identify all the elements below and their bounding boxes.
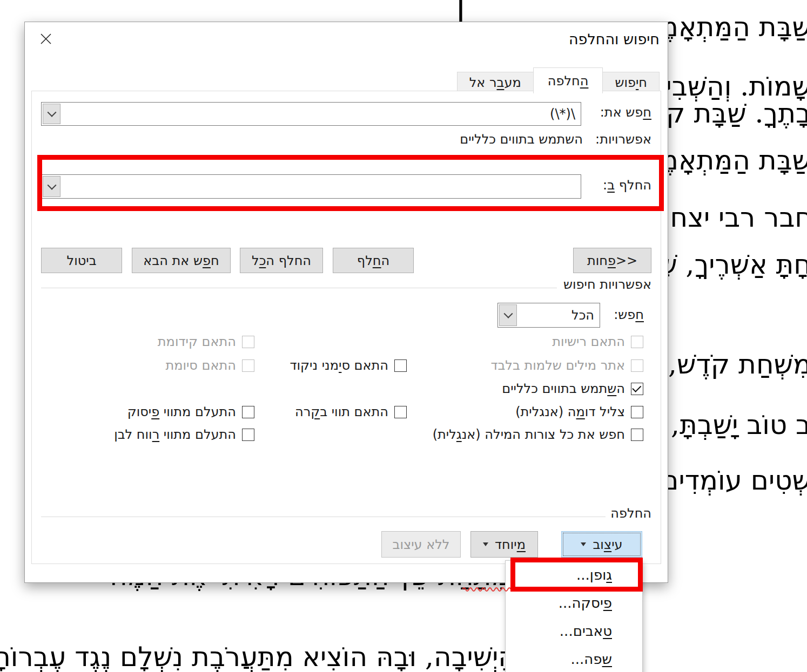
checkbox-icon — [631, 406, 643, 418]
tab-find[interactable]: חיפוש — [602, 72, 660, 93]
menu-item-language[interactable]: שפה... — [506, 645, 642, 672]
options-value: השתמש בתווים כלליים — [460, 132, 583, 147]
tab-strip: חיפוש החלפה מעבר אל — [458, 67, 660, 93]
checkbox-match-prefix: התאם קידומת — [158, 334, 254, 349]
checkbox-checked-icon — [631, 383, 643, 395]
checkbox-whole-words: אתר מילים שלמות בלבד — [490, 358, 643, 373]
find-replace-dialog: חיפוש והחלפה חיפוש החלפה מעבר אל חפש את:… — [24, 22, 668, 583]
document-text-fragment: חבר רבי יצחק — [651, 204, 807, 231]
close-button[interactable] — [37, 31, 55, 49]
checkbox-icon — [242, 336, 254, 348]
checkbox-match-suffix: התאם סיומת — [165, 358, 254, 373]
document-text-fragment: ב טוֹב יָשַׁבְתָּ, יוֹ — [649, 411, 807, 438]
checkbox-match-control-chars[interactable]: התאם תווי בקרה — [295, 404, 407, 419]
checkbox-use-wildcards[interactable]: השתמש בתווים כלליים — [502, 381, 643, 396]
menu-item-tabs[interactable]: טאבים... — [506, 617, 642, 645]
find-what-input[interactable]: \(*\) — [41, 102, 581, 126]
checkbox-ignore-punctuation[interactable]: התעלם מתווי פיסוק — [127, 404, 254, 419]
less-button[interactable]: << פחות — [573, 248, 651, 273]
chevron-down-icon — [47, 108, 56, 117]
checkbox-icon — [242, 406, 254, 418]
document-text-fragment: שַׁבָּת הַמַּתְאָמֶ — [660, 13, 807, 40]
search-options-group-label: אפשרויות חיפוש — [563, 277, 651, 292]
tab-label: ר אל — [469, 75, 497, 90]
checkbox-sounds-like[interactable]: צליל דומה (אנגלית) — [515, 404, 643, 419]
find-what-value: \(*\) — [550, 103, 575, 125]
checkbox-icon — [631, 336, 643, 348]
checkbox-icon — [394, 359, 407, 372]
document-text-fragment: מִשְׁחַת קֹדֶשׁ, וּ — [653, 351, 807, 378]
tab-label-accesskey: ב — [497, 75, 505, 90]
tab-label: חלפה — [548, 73, 580, 89]
replace-all-button[interactable]: החלף הכל — [240, 248, 323, 273]
document-text-fragment: בָתֶךָ. שַׁבָּת קוֹדֶ — [644, 100, 807, 127]
document-text-fragment: חָתָּ אַשְׁרֶיךָ, שֶׁ — [658, 251, 807, 278]
checkbox-ignore-whitespace[interactable]: התעלם מתווי רווח לבן — [114, 427, 254, 442]
checkbox-word-forms[interactable]: חפש את כל צורות המילה (אנגלית) — [433, 427, 643, 442]
checkbox-icon — [394, 406, 407, 418]
options-label: אפשרויות: — [595, 132, 651, 147]
search-scope-dropdown-button[interactable] — [499, 304, 517, 326]
tab-label-accesskey: ה — [580, 73, 589, 89]
close-icon — [40, 33, 52, 47]
menu-item-paragraph[interactable]: פיסקה... — [506, 589, 642, 617]
checkbox-icon — [242, 359, 254, 372]
tab-label: ח — [638, 75, 647, 90]
checkbox-match-diacritics[interactable]: התאם סימני ניקוד — [290, 358, 407, 373]
group-divider — [41, 517, 606, 517]
tab-goto[interactable]: מעבר אל — [457, 72, 534, 93]
search-scope-label: חפש: — [614, 307, 644, 322]
tab-label: מע — [504, 75, 521, 90]
highlight-box-replace-field — [37, 155, 664, 211]
checkbox-icon — [631, 359, 643, 372]
group-divider — [41, 288, 557, 288]
search-scope-value: הכל — [571, 303, 594, 327]
triangle-down-icon — [483, 542, 488, 546]
cancel-button[interactable]: ביטול — [41, 248, 122, 273]
replace-button[interactable]: החלף — [333, 248, 414, 273]
tab-replace[interactable]: החלפה — [533, 67, 603, 93]
tab-label: פוש — [615, 75, 636, 90]
document-text-fragment: ן — [456, 0, 465, 21]
document-text-fragment: שָׁמוֹת. וְהַשְּׁבִיעִ — [649, 73, 807, 100]
spellcheck-squiggle-icon — [462, 585, 514, 592]
find-what-dropdown-button[interactable] — [43, 104, 60, 124]
document-text-fragment: שְׁטִים עוֹמְדִים, — [652, 467, 807, 494]
highlight-box-font-menu-item — [510, 558, 643, 592]
checkbox-match-case: התאם רישיות — [552, 334, 643, 349]
document-text-fragment: הַיְשִׁיבָה, וּבָהּ הוֹצִיא מִתַּעֲרֹבֶת… — [14, 643, 516, 670]
search-scope-dropdown[interactable]: הכל — [497, 303, 600, 328]
find-next-button[interactable]: חפש את הבא — [132, 248, 231, 273]
chevron-down-icon — [503, 309, 513, 318]
triangle-down-icon — [581, 542, 586, 546]
tab-label-accesskey: י — [636, 75, 638, 90]
special-button[interactable]: מיוחד — [470, 531, 538, 558]
checkbox-icon — [631, 429, 643, 441]
format-button[interactable]: עיצוב — [561, 531, 642, 558]
no-formatting-button: ללא עיצוב — [381, 531, 461, 558]
find-what-label: חפש את: — [600, 105, 651, 120]
check-icon — [632, 383, 641, 392]
checkbox-icon — [242, 429, 254, 441]
replace-group-label: החלפה — [610, 506, 651, 521]
document-text-fragment: שַׁבָּת הַמַּתְאָמֶ — [660, 147, 807, 174]
dialog-title: חיפוש והחלפה — [569, 31, 660, 47]
